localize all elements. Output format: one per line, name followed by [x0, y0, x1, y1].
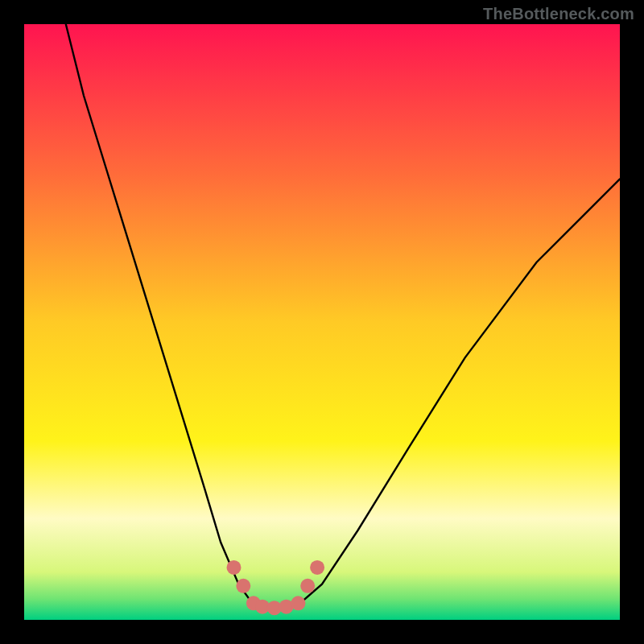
watermark-text: TheBottleneck.com	[483, 5, 634, 23]
valley-point	[227, 560, 242, 575]
valley-point	[291, 596, 305, 610]
chart-frame: TheBottleneck.com	[0, 0, 644, 644]
plot-background	[24, 24, 620, 620]
valley-point	[310, 560, 324, 575]
bottleneck-chart	[0, 0, 644, 644]
valley-point	[236, 579, 250, 593]
valley-point	[300, 579, 315, 593]
